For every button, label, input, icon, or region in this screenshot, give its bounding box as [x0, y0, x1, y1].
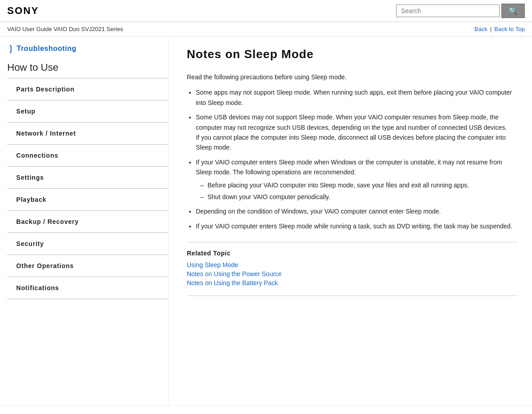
related-link-1[interactable]: Notes on Using the Power Source: [187, 270, 518, 278]
bullet-item-1: Some USB devices may not support Sleep m…: [196, 112, 518, 153]
search-area: 🔍: [396, 4, 525, 18]
bullet-item-0: Some apps may not support Sleep mode. Wh…: [196, 87, 518, 108]
guide-title: VAIO User Guide VAIO Duo SVJ2021 Series: [7, 26, 123, 32]
troubleshooting-label[interactable]: Troubleshooting: [17, 45, 77, 53]
sidebar-item-connections[interactable]: Connections: [7, 145, 168, 167]
sidebar-item-parts-description[interactable]: Parts Description: [7, 78, 168, 100]
breadcrumb-bar: VAIO User Guide VAIO Duo SVJ2021 Series …: [0, 22, 532, 36]
sidebar-item-security[interactable]: Security: [7, 233, 168, 255]
search-button[interactable]: 🔍: [501, 4, 525, 18]
breadcrumb-nav: Back | Back to Top: [474, 26, 525, 32]
related-link-0[interactable]: Using Sleep Mode: [187, 261, 518, 268]
intro-text: Read the following precautions before us…: [187, 72, 518, 82]
search-input[interactable]: [396, 5, 500, 17]
content-area: Notes on Sleep Mode Read the following p…: [169, 36, 532, 405]
related-links-container: Using Sleep ModeNotes on Using the Power…: [187, 261, 518, 287]
sidebar-item-playback[interactable]: Playback: [7, 189, 168, 211]
sidebar-item-notifications[interactable]: Notifications: [7, 277, 168, 299]
sub-bullet-item-2-0: Before placing your VAIO computer into S…: [200, 180, 518, 190]
sidebar-item-other-operations[interactable]: Other Operations: [7, 255, 168, 277]
sidebar-item-network--internet[interactable]: Network / Internet: [7, 123, 168, 145]
sidebar-item-settings[interactable]: Settings: [7, 167, 168, 189]
sidebar: ❳ Troubleshooting How to Use Parts Descr…: [0, 36, 169, 405]
sub-bullet-item-2-1: Shut down your VAIO computer periodicall…: [200, 192, 518, 202]
main-layout: ❳ Troubleshooting How to Use Parts Descr…: [0, 36, 532, 405]
bullet-list: Some apps may not support Sleep mode. Wh…: [196, 87, 518, 231]
sony-logo: SONY: [7, 5, 39, 17]
search-icon: 🔍: [509, 7, 518, 15]
sidebar-item-setup[interactable]: Setup: [7, 100, 168, 123]
bullet-item-4: If your VAIO computer enters Sleep mode …: [196, 221, 518, 231]
header: SONY 🔍: [0, 0, 532, 22]
bullet-item-3: Depending on the condition of Windows, y…: [196, 206, 518, 216]
nav-separator: |: [490, 26, 491, 32]
sidebar-items-container: Parts DescriptionSetupNetwork / Internet…: [7, 78, 168, 299]
chevron-right-icon: ❳: [7, 44, 14, 54]
how-to-use-heading: How to Use: [7, 62, 168, 76]
troubleshooting-header: ❳ Troubleshooting: [7, 44, 168, 54]
sidebar-item-backup--recovery[interactable]: Backup / Recovery: [7, 211, 168, 233]
bullet-item-2: If your VAIO computer enters Sleep mode …: [196, 157, 518, 202]
page-title: Notes on Sleep Mode: [187, 47, 518, 61]
content-divider: [187, 242, 518, 242]
back-to-top-link[interactable]: Back to Top: [494, 26, 525, 32]
footer: © 2012 Sony Corporation: [0, 405, 532, 414]
back-link[interactable]: Back: [474, 26, 487, 32]
related-link-2[interactable]: Notes on Using the Battery Pack: [187, 279, 518, 287]
bottom-divider: [187, 296, 518, 296]
related-topic-title: Related Topic: [187, 250, 518, 257]
